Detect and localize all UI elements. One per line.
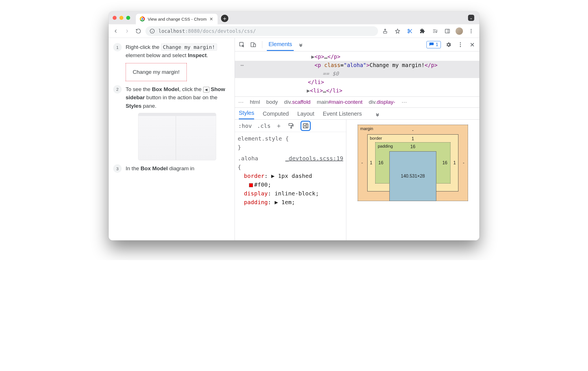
bm-padding-right[interactable]: 16: [442, 160, 447, 165]
rule-source-link[interactable]: _devtools.scss:19: [285, 154, 343, 163]
step-number: 3: [113, 164, 122, 173]
styles-subtabs: Styles Computed Layout Event Listeners: [235, 108, 479, 120]
bold: Inspect: [188, 52, 207, 58]
close-window-dot[interactable]: [113, 16, 117, 20]
new-style-rule-icon[interactable]: ＋: [276, 122, 282, 130]
browser-tab[interactable]: View and change CSS - Chrom ✕: [136, 14, 218, 24]
forward-button[interactable]: [123, 27, 131, 35]
more-tabs-icon[interactable]: [297, 40, 305, 49]
bookmark-star-icon[interactable]: [393, 27, 402, 35]
content-split: 1 Right-click the Change my margin! elem…: [109, 38, 479, 240]
bm-border-right[interactable]: 1: [453, 160, 456, 165]
color-swatch-icon[interactable]: [249, 183, 253, 187]
dom-row[interactable]: ▶<p>…</p>: [238, 53, 477, 61]
device-toggle-icon[interactable]: [249, 40, 257, 49]
side-panel-icon[interactable]: [443, 27, 452, 35]
extensions-icon[interactable]: [418, 27, 427, 35]
t: button in the action bar on the: [145, 94, 218, 100]
step-number: 2: [113, 85, 122, 94]
declaration-display[interactable]: display: inline-block;: [238, 189, 343, 198]
bold: Box Model: [152, 86, 179, 92]
dom-tree[interactable]: ▶<p>…</p> ⋯<p class="aloha">Change my ma…: [235, 51, 479, 96]
crumb[interactable]: div.scaffold: [284, 99, 310, 105]
bm-margin-top[interactable]: -: [412, 128, 413, 133]
tab-elements[interactable]: Elements: [267, 38, 294, 51]
step2-text: To see the Box Model, click the ◀ Show s…: [126, 85, 230, 110]
crumb-overflow-left[interactable]: ⋯: [238, 99, 244, 105]
box-model-diagram[interactable]: margin - - - - border 1 1 1 1: [358, 125, 468, 201]
declaration-border[interactable]: border: ▶ 1px dashed: [238, 172, 343, 180]
issues-chip[interactable]: 1: [426, 41, 441, 48]
t: Right-click the: [126, 44, 161, 50]
svg-point-14: [460, 42, 461, 43]
bm-margin-left[interactable]: -: [361, 160, 363, 165]
subtab-styles[interactable]: Styles: [239, 110, 254, 119]
subtab-computed[interactable]: Computed: [263, 111, 289, 119]
bm-border-top[interactable]: 1: [412, 136, 414, 141]
inspect-element-icon[interactable]: [238, 40, 246, 49]
crumb[interactable]: div.display-: [369, 99, 395, 105]
devtools-close-icon[interactable]: [468, 40, 477, 49]
t: element below and select: [126, 52, 188, 58]
fullscreen-window-dot[interactable]: [126, 16, 130, 20]
back-button[interactable]: [111, 27, 120, 35]
cls-toggle[interactable]: .cls: [257, 122, 271, 129]
t: pane.: [141, 103, 156, 109]
crumb[interactable]: main#main-content: [317, 99, 362, 105]
declaration-padding[interactable]: padding: ▶ 1em;: [238, 198, 343, 207]
element-style-open[interactable]: element.style {: [238, 134, 343, 143]
minimize-window-dot[interactable]: [119, 16, 123, 20]
bm-border-left[interactable]: 1: [370, 160, 372, 165]
change-my-margin-target[interactable]: Change my margin!: [126, 63, 187, 81]
crumb[interactable]: html: [250, 99, 260, 105]
address-bar[interactable]: localhost:8080/docs/devtools/css/: [145, 26, 378, 36]
reload-button[interactable]: [134, 27, 143, 35]
rule-selector[interactable]: .aloha: [238, 154, 258, 163]
svg-point-4: [408, 29, 409, 31]
issues-count: 1: [436, 42, 438, 48]
dom-row[interactable]: ▶<li>…</li>: [238, 87, 477, 95]
bm-margin-right[interactable]: -: [463, 160, 464, 165]
page-panel: 1 Right-click the Change my margin! elem…: [109, 38, 235, 240]
reading-list-icon[interactable]: [431, 27, 439, 35]
bm-padding-top[interactable]: 16: [410, 144, 415, 149]
chrome-menu-icon[interactable]: [467, 27, 475, 35]
devtools-menu-icon[interactable]: [456, 40, 465, 49]
element-style-close: }: [238, 143, 343, 152]
screenshot-thumbnail[interactable]: [138, 113, 216, 160]
rule-header[interactable]: .aloha _devtools.scss:19: [238, 154, 343, 163]
subtab-event-listeners[interactable]: Event Listeners: [323, 111, 362, 119]
titlebar: View and change CSS - Chrom ✕ ＋ ⌄: [109, 11, 479, 24]
bm-margin-label: margin: [360, 126, 373, 131]
hov-toggle[interactable]: :hov: [238, 122, 252, 129]
toolbar-right: [381, 27, 477, 35]
crumb-overflow-right[interactable]: ⋯: [402, 99, 407, 105]
close-tab-icon[interactable]: ✕: [209, 16, 213, 22]
declaration-border-color[interactable]: #f00;: [238, 180, 343, 189]
box-model-pane: margin - - - - border 1 1 1 1: [346, 120, 479, 240]
bm-content[interactable]: 140.531×28: [389, 151, 436, 201]
svg-point-16: [460, 46, 461, 47]
share-icon[interactable]: [381, 27, 389, 35]
bm-padding-left[interactable]: 16: [378, 160, 383, 165]
code-snippet: Change my margin!: [161, 44, 217, 51]
more-subtabs-icon[interactable]: [373, 111, 382, 119]
settings-gear-icon[interactable]: [444, 40, 453, 49]
bm-content-size: 140.531×28: [401, 174, 425, 179]
tab-list-chevron-icon[interactable]: ⌄: [468, 15, 474, 21]
site-info-icon[interactable]: [149, 28, 155, 34]
dom-row[interactable]: </li>: [238, 78, 477, 86]
crumb[interactable]: body: [266, 99, 278, 105]
t: .: [207, 52, 208, 58]
styles-rules[interactable]: element.style { } .aloha _devtools.scss:…: [235, 132, 346, 209]
dom-row-selected[interactable]: ⋯<p class="aloha">Change my margin!</p> …: [235, 61, 479, 78]
dom-breadcrumbs[interactable]: ⋯ html body div.scaffold main#main-conte…: [235, 96, 479, 108]
scissors-extension-icon[interactable]: [406, 27, 414, 35]
show-sidebar-button-highlighted[interactable]: [301, 121, 311, 131]
profile-avatar[interactable]: [456, 27, 463, 35]
new-tab-button[interactable]: ＋: [221, 15, 228, 22]
bm-padding-label: padding: [378, 144, 393, 148]
window-traffic-lights[interactable]: [113, 16, 130, 20]
subtab-layout[interactable]: Layout: [297, 111, 314, 119]
paint-format-icon[interactable]: [287, 122, 295, 130]
